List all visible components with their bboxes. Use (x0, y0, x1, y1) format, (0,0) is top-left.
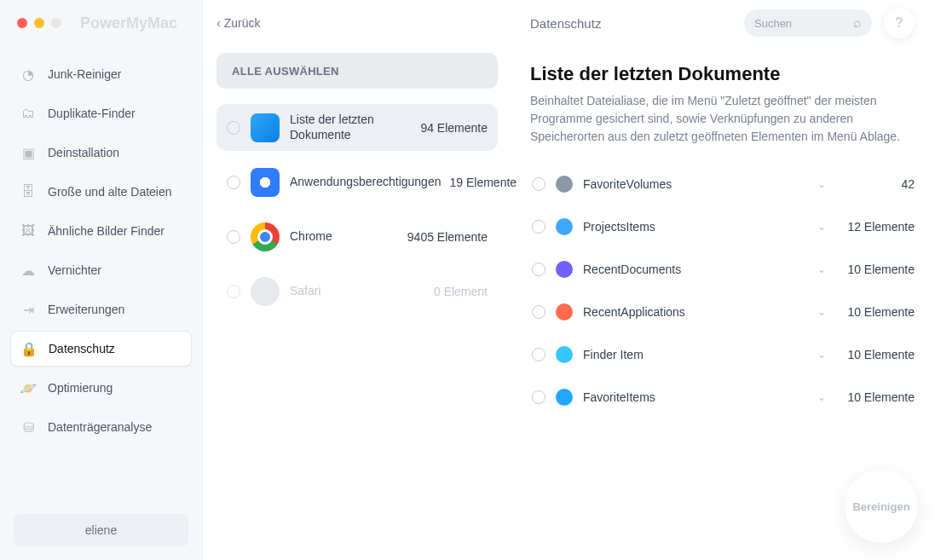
panel-title: Liste der letzten Dokumente (530, 63, 915, 85)
category-count: 9405 Elemente (407, 230, 488, 244)
category-column: ‹ Zurück ALLE AUSWÄHLEN Liste der letzte… (203, 0, 511, 560)
permissions-icon (251, 168, 280, 197)
chrome-icon (251, 222, 280, 251)
help-button[interactable]: ? (884, 8, 915, 38)
star-icon (556, 389, 573, 406)
maximize-window-icon[interactable] (51, 18, 61, 28)
sidebar-nav: ◔Junk-Reiniger 🗂Duplikate-Finder ▣Deinst… (0, 56, 202, 500)
sidebar-item-large-files[interactable]: 🗄Große und alte Dateien (10, 174, 192, 210)
minimize-window-icon[interactable] (34, 18, 44, 28)
planet-icon: 🪐 (19, 378, 38, 397)
sidebar-item-label: Deinstallation (48, 146, 119, 159)
row-name: FavoriteItems (583, 390, 805, 404)
row-count: 42 (838, 177, 915, 191)
chevron-down-icon[interactable]: ⌄ (816, 221, 828, 233)
document-icon (556, 261, 573, 278)
sidebar-item-label: Erweiterungen (48, 303, 124, 316)
box-icon: 🗄 (19, 182, 38, 201)
category-safari[interactable]: Safari0 Element (216, 268, 498, 315)
sidebar-item-label: Duplikate-Finder (48, 107, 136, 120)
panel-description: Beinhaltet Dateialiase, die im Menü "Zul… (530, 92, 905, 146)
sidebar-item-extensions[interactable]: ⇥Erweiterungen (10, 292, 192, 327)
sidebar-item-duplicates[interactable]: 🗂Duplikate-Finder (10, 95, 192, 131)
clean-button[interactable]: Bereinigen (845, 470, 918, 543)
list-item[interactable]: ProjectsItems ⌄ 12 Elemente (530, 205, 915, 248)
radio-unchecked[interactable] (532, 390, 545, 404)
folders-icon: 🗂 (19, 104, 38, 123)
sidebar-item-label: Datenschutz (49, 342, 115, 355)
sidebar-item-privacy[interactable]: 🔒Datenschutz (10, 331, 192, 367)
category-name: Anwendungsberechtigungen (290, 175, 441, 190)
category-name: Chrome (290, 229, 399, 245)
sidebar: PowerMyMac ◔Junk-Reiniger 🗂Duplikate-Fin… (0, 0, 203, 560)
window-titlebar: PowerMyMac (0, 9, 202, 38)
radio-unchecked[interactable] (227, 230, 240, 244)
sidebar-item-label: Junk-Reiniger (48, 67, 121, 81)
user-name: eliene (85, 523, 117, 537)
disk-icon (556, 176, 573, 193)
search-icon: ⌕ (853, 15, 862, 31)
sidebar-item-label: Vernichter (48, 263, 101, 277)
shredder-icon: ☁ (19, 261, 38, 280)
row-name: FavoriteVolumes (583, 177, 805, 191)
row-count: 12 Elemente (838, 220, 915, 234)
row-count: 10 Elemente (838, 390, 915, 404)
section-label: Datenschutz (530, 16, 601, 31)
radio-unchecked[interactable] (532, 220, 545, 234)
chevron-left-icon: ‹ (216, 16, 221, 30)
chevron-down-icon[interactable]: ⌄ (816, 178, 828, 190)
uninstall-icon: ▣ (19, 143, 38, 162)
plug-icon: ⇥ (19, 300, 38, 319)
sidebar-item-junk[interactable]: ◔Junk-Reiniger (10, 56, 192, 92)
list-item[interactable]: RecentApplications ⌄ 10 Elemente (530, 291, 915, 333)
list-item[interactable]: FavoriteVolumes ⌄ 42 (530, 163, 915, 205)
radio-unchecked[interactable] (227, 121, 240, 135)
radio-unchecked[interactable] (227, 285, 240, 298)
search-box[interactable]: ⌕ (744, 9, 872, 37)
radio-unchecked[interactable] (532, 177, 545, 191)
category-app-permissions[interactable]: Anwendungsberechtigungen19 Elemente (216, 159, 498, 205)
category-count: 0 Element (434, 285, 488, 298)
list-item[interactable]: FavoriteItems ⌄ 10 Elemente (530, 376, 915, 419)
back-label: Zurück (224, 16, 261, 30)
radio-unchecked[interactable] (532, 348, 545, 361)
image-icon: 🖼 (19, 222, 38, 240)
sidebar-item-similar-images[interactable]: 🖼Ähnliche Bilder Finder (10, 213, 192, 249)
category-chrome[interactable]: Chrome9405 Elemente (216, 214, 498, 260)
detail-column: Datenschutz ⌕ ? Liste der letzten Dokume… (511, 0, 935, 560)
select-all-label: ALLE AUSWÄHLEN (232, 65, 339, 78)
app-title: PowerMyMac (80, 14, 177, 32)
list-item[interactable]: RecentDocuments ⌄ 10 Elemente (530, 248, 915, 291)
row-count: 10 Elemente (838, 263, 915, 276)
sidebar-item-disk[interactable]: ⛁Datenträgeranalyse (10, 409, 192, 445)
list-item[interactable]: Finder Item ⌄ 10 Elemente (530, 333, 915, 376)
chevron-down-icon[interactable]: ⌄ (816, 306, 828, 318)
radio-unchecked[interactable] (532, 305, 545, 319)
sidebar-item-uninstall[interactable]: ▣Deinstallation (10, 135, 192, 170)
sidebar-item-label: Optimierung (48, 381, 113, 395)
lock-icon: 🔒 (20, 339, 38, 358)
select-all-button[interactable]: ALLE AUSWÄHLEN (216, 53, 498, 89)
safari-icon (251, 277, 280, 306)
category-name: Liste der letzten Dokumente (290, 113, 412, 142)
gauge-icon: ◔ (19, 65, 38, 84)
category-recent-documents[interactable]: Liste der letzten Dokumente94 Elemente (216, 104, 498, 151)
finder-icon (556, 346, 573, 363)
user-chip[interactable]: eliene (14, 514, 188, 546)
chevron-down-icon[interactable]: ⌄ (816, 263, 828, 275)
sidebar-item-label: Datenträgeranalyse (48, 420, 152, 434)
radio-unchecked[interactable] (532, 263, 545, 276)
row-name: RecentDocuments (583, 263, 805, 276)
disk-icon: ⛁ (19, 418, 38, 436)
radio-unchecked[interactable] (227, 176, 240, 189)
sidebar-item-label: Ähnliche Bilder Finder (48, 224, 164, 238)
sidebar-item-shredder[interactable]: ☁Vernichter (10, 252, 192, 288)
folder-icon (556, 218, 573, 235)
search-input[interactable] (754, 17, 846, 30)
close-window-icon[interactable] (17, 18, 27, 28)
chevron-down-icon[interactable]: ⌄ (816, 349, 828, 361)
back-button[interactable]: ‹ Zurück (216, 16, 260, 30)
sidebar-item-optimize[interactable]: 🪐Optimierung (10, 370, 192, 406)
row-name: ProjectsItems (583, 220, 805, 234)
chevron-down-icon[interactable]: ⌄ (816, 391, 828, 403)
